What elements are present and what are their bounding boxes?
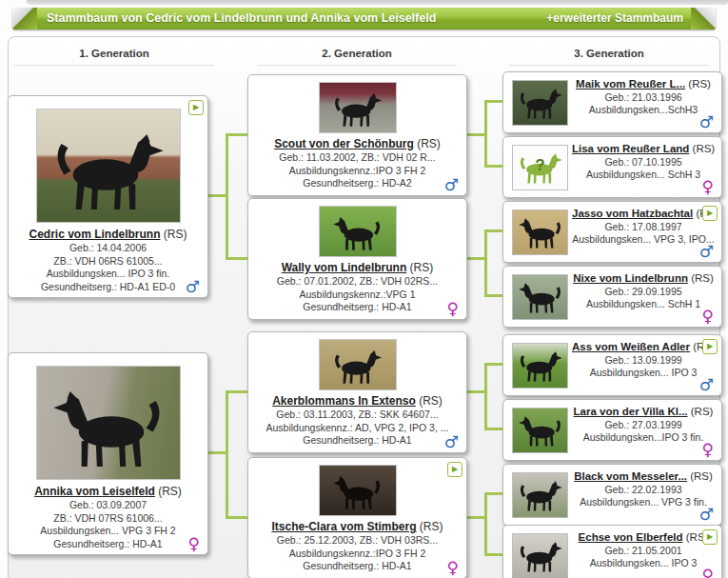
connector-line [465, 516, 486, 519]
connector-line [484, 100, 487, 168]
dog-name: Nixe vom Lindelbrunn (RS) [572, 271, 715, 286]
connector-line [207, 451, 227, 454]
dog-name: Maik vom Reußer L... (RS) [572, 77, 715, 91]
birth-line: Geb.: 21.03.1996 [572, 91, 715, 104]
training-line: Ausbildungskennz.: AD, VPG 2, IPO 3, ... [248, 422, 466, 435]
dog-photo-placeholder[interactable]: ? [512, 145, 568, 190]
reg-code: (RS) [410, 261, 434, 274]
dog-photo-thumb[interactable] [512, 80, 568, 126]
zb-line: ZB.: VDH 06RS 61005... [9, 255, 207, 269]
card-echse: ▶ Echse von Elberfeld (RS) Geb.: 21.05.2… [502, 525, 722, 578]
birth-line: Geb.: 03.11.2003, ZB.: SKK 64607... [248, 409, 466, 422]
birth-line: Geb.: 25.12.2003, ZB.: VDH 03RS... [248, 534, 466, 548]
dog-name-link[interactable]: Cedric vom Lindelbrunn [29, 228, 160, 241]
dog-name-link[interactable]: Scout von der Schönburg [274, 137, 414, 150]
dog-photo[interactable] [319, 339, 397, 390]
zb-line: ZB.: VDH 07RS 61006... [9, 512, 207, 526]
play-icon[interactable]: ▶ [702, 339, 718, 354]
female-icon: ♀ [447, 558, 459, 577]
training-line: Ausbildungsken... IPO 3 [572, 367, 715, 379]
card-nixe: Nixe vom Lindelbrunn (RS) Geb.: 29.09.19… [502, 266, 722, 328]
birth-line: Geb.: 29.09.1995 [572, 286, 715, 298]
birth-line: Geb.: 07.01.2002, ZB.: VDH 02RS... [248, 275, 466, 289]
female-icon: ♀ [702, 177, 714, 196]
connector-line [484, 165, 502, 168]
question-mark-icon: ? [535, 156, 544, 175]
female-icon: ♀ [702, 440, 714, 459]
birth-line: Geb.: 27.03.1999 [572, 419, 715, 431]
dog-photo-thumb[interactable] [512, 408, 568, 453]
reg-code: (RS) [693, 143, 715, 154]
play-icon[interactable]: ▶ [702, 529, 718, 545]
dog-name-link[interactable]: Itsche-Clara vom Stimberg [271, 520, 416, 533]
female-icon: ♀ [447, 299, 459, 318]
dog-name-link[interactable]: Black vom Messeler... [574, 470, 687, 482]
card-wally: Wally vom Lindelbrunn (RS) Geb.: 07.01.2… [247, 198, 467, 320]
reg-code: (RS) [420, 520, 443, 533]
extended-pedigree-link[interactable]: +erweiterter Stammbaum [546, 11, 683, 25]
birth-line: Geb.: 17.08.1997 [572, 221, 715, 233]
birth-line: Geb.: 21.05.2001 [572, 545, 715, 557]
reg-code: (RS) [691, 406, 714, 417]
card-scout: Scout von der Schönburg (RS) Geb.: 11.03… [247, 74, 467, 196]
connector-line [484, 428, 502, 430]
female-icon: ♀ [188, 534, 200, 553]
reg-code: (RS) [158, 485, 182, 498]
birth-line: Geb.: 03.09.2007 [9, 499, 207, 512]
dog-name-link[interactable]: Jasso vom Hatzbachtal [572, 208, 693, 219]
health-line: Gesundheitserg.: HD-A1 [9, 538, 207, 551]
dog-photo-thumb[interactable] [512, 343, 568, 389]
male-icon: ♂ [699, 112, 714, 131]
reg-code: (RS) [419, 394, 443, 408]
connector-line [465, 257, 486, 260]
training-line: Ausbildungsken...SchH3 [572, 104, 715, 116]
training-line: Ausbildungsken... IPO 3 fin. [9, 268, 207, 281]
card-akerblommans: Akerblommans In Extenso (RS) Geb.: 03.11… [247, 331, 467, 453]
dog-photo[interactable] [36, 366, 181, 480]
health-line: Gesundheitserg.: HD-A1 ED-0 [9, 281, 207, 294]
connector-line [465, 133, 486, 136]
connector-line [484, 363, 502, 366]
dog-name-link[interactable]: Maik vom Reußer L... [576, 78, 685, 90]
dog-photo-thumb[interactable] [512, 533, 568, 578]
page-top-edge [27, 0, 728, 5]
column-header-generation-2: 2. Generation [257, 48, 457, 66]
dog-name-link[interactable]: Annika vom Leiselfeld [34, 485, 155, 498]
dog-name-link[interactable]: Lara von der Villa Kl... [574, 406, 688, 417]
play-icon[interactable]: ▶ [447, 462, 462, 477]
dog-name-link[interactable]: Nixe vom Lindelbrunn [573, 272, 688, 284]
birth-line: Geb.: 14.04.2006 [9, 242, 207, 255]
dog-name-link[interactable]: Ass vom Weißen Adler [572, 341, 690, 352]
dog-photo[interactable] [319, 206, 397, 257]
dog-name: Scout von der Schönburg (RS) [248, 137, 466, 151]
connector-line [484, 553, 502, 556]
connector-line [484, 492, 502, 495]
male-icon: ♂ [699, 375, 714, 394]
dog-photo[interactable] [319, 465, 397, 516]
male-icon: ♂ [699, 505, 714, 524]
female-icon: ♀ [702, 307, 714, 326]
male-icon: ♂ [444, 175, 459, 194]
dog-photo-thumb[interactable] [512, 209, 568, 255]
male-icon: ♂ [186, 277, 200, 296]
dog-name-link[interactable]: Wally vom Lindelbrunn [282, 261, 407, 274]
dog-name-link[interactable]: Echse von Elberfeld [579, 531, 683, 543]
dog-photo[interactable] [36, 109, 181, 223]
dog-photo-thumb[interactable] [512, 472, 568, 518]
connector-line [484, 229, 502, 232]
connector-line [484, 229, 487, 297]
health-line: Gesundheitserg.: HD-A2 [248, 177, 466, 190]
birth-line: Geb.: 11.03.2002, ZB.: VDH 02 R... [248, 151, 466, 165]
connector-line [227, 516, 247, 519]
training-line: Ausbildungskennz.:IPO 3 FH 2 [248, 165, 466, 178]
dog-photo[interactable] [319, 82, 397, 133]
dog-name-link[interactable]: Akerblommans In Extenso [272, 394, 416, 408]
dog-name: Jasso vom Hatzbachtal (RS) [572, 207, 715, 221]
dog-photo-thumb[interactable] [512, 274, 568, 320]
card-maik: Maik vom Reußer L... (RS) Geb.: 21.03.19… [502, 71, 722, 133]
card-black: Black vom Messeler... (RS) Geb.: 22.02.1… [502, 464, 722, 526]
dog-name-link[interactable]: Lisa vom Reußer Land [572, 143, 689, 154]
play-icon[interactable]: ▶ [702, 206, 718, 221]
play-icon[interactable]: ▶ [188, 100, 204, 115]
reg-code: (RS) [688, 78, 711, 90]
